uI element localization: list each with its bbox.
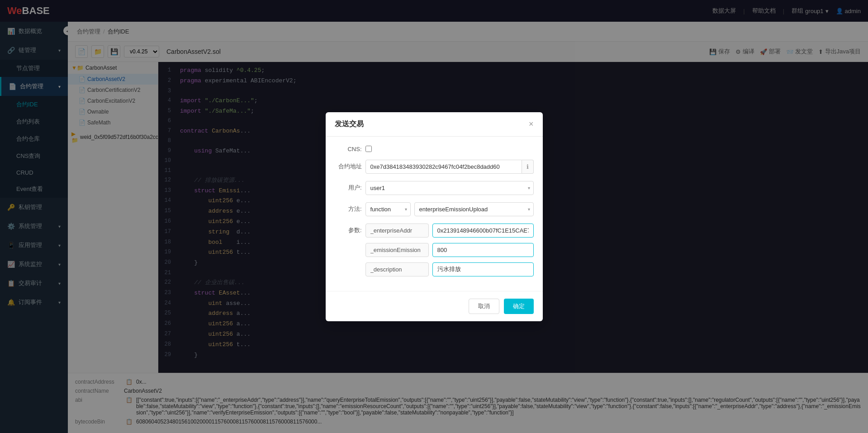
contract-addr-field: ℹ (365, 160, 534, 174)
user-select[interactable]: user1 (365, 181, 534, 195)
user-row: 用户: user1 ▾ (335, 181, 534, 195)
cns-checkbox[interactable] (365, 146, 372, 152)
method-type-wrap: function call ▾ (365, 202, 411, 216)
params-label: 参数: (335, 226, 362, 234)
param-row-2 (335, 262, 534, 276)
cns-row: CNS: (335, 146, 534, 152)
user-label: 用户: (335, 184, 362, 192)
method-select-wrap: function call ▾ enterpriseEmissionUpload… (365, 202, 534, 216)
contract-addr-label: 合约地址 (335, 162, 362, 171)
cns-label: CNS: (335, 146, 362, 152)
modal-header: 发送交易 × (326, 112, 543, 137)
method-label: 方法: (335, 205, 362, 213)
contract-addr-row: 合约地址 ℹ (335, 160, 534, 174)
param-value-0[interactable] (432, 224, 534, 238)
param-value-1[interactable] (432, 243, 534, 257)
param-row-1 (335, 243, 534, 257)
modal-footer: 取消 确定 (326, 291, 543, 321)
contract-addr-input[interactable] (365, 160, 522, 174)
modal-close-btn[interactable]: × (529, 120, 534, 128)
modal-overlay: 发送交易 × CNS: 合约地址 ℹ 用户: (0, 0, 868, 433)
param-name-0[interactable] (365, 224, 429, 238)
method-row: 方法: function call ▾ enterpriseEmissionUp… (335, 202, 534, 216)
user-select-wrap: user1 ▾ (365, 181, 534, 195)
param-name-2[interactable] (365, 262, 429, 276)
modal-title: 发送交易 (335, 119, 364, 129)
info-icon[interactable]: ℹ (522, 160, 534, 174)
param-value-2[interactable] (432, 262, 534, 276)
method-name-select[interactable]: enterpriseEmissionUpload queryEnterprise… (414, 202, 534, 216)
confirm-button[interactable]: 确定 (504, 299, 534, 314)
modal-body: CNS: 合约地址 ℹ 用户: user1 ▾ (326, 137, 543, 291)
cancel-button[interactable]: 取消 (469, 299, 499, 314)
send-tx-modal: 发送交易 × CNS: 合约地址 ℹ 用户: (326, 112, 543, 321)
param-row-0: 参数: (335, 224, 534, 238)
param-name-1[interactable] (365, 243, 429, 257)
method-type-select[interactable]: function call (365, 202, 411, 216)
method-name-wrap: enterpriseEmissionUpload queryEnterprise… (414, 202, 534, 216)
